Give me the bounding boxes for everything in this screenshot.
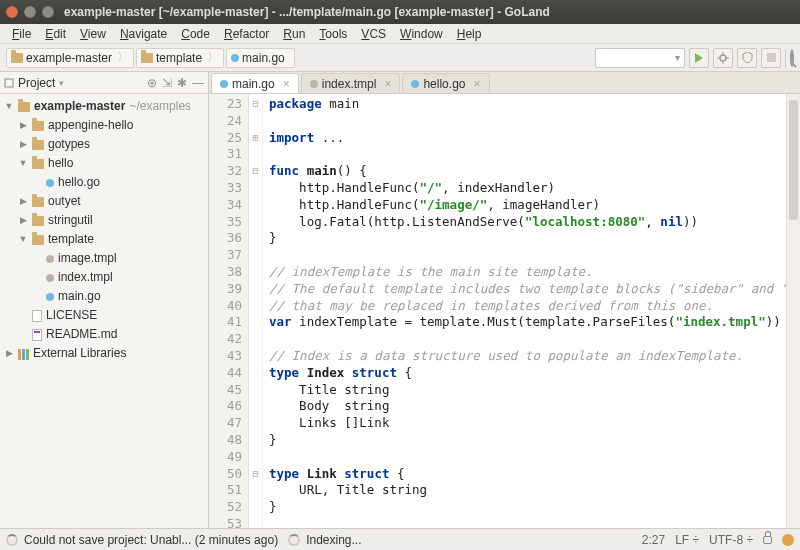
fold-handle[interactable] <box>249 482 262 499</box>
code-line[interactable]: // The default template includes two tem… <box>269 281 786 298</box>
tree-node[interactable]: LICENSE <box>4 306 208 325</box>
window-maximize-button[interactable] <box>42 6 54 18</box>
line-number[interactable]: 40 <box>211 298 242 315</box>
code-line[interactable]: } <box>269 499 786 516</box>
line-number[interactable]: 43 <box>211 348 242 365</box>
tree-node[interactable]: ▶appengine-hello <box>4 116 208 135</box>
tab-close-icon[interactable]: × <box>473 77 480 91</box>
tree-arrow-icon[interactable]: ▶ <box>4 345 14 362</box>
tree-node[interactable]: main.go <box>4 287 208 306</box>
code-editor[interactable]: 2324253132333435363738394041424344454647… <box>209 94 800 528</box>
code-line[interactable] <box>269 247 786 264</box>
code-line[interactable] <box>269 516 786 528</box>
indexing-label[interactable]: Indexing... <box>306 533 361 547</box>
fold-handle[interactable] <box>249 146 262 163</box>
code-line[interactable]: Links []Link <box>269 415 786 432</box>
line-number[interactable]: 51 <box>211 482 242 499</box>
project-tree[interactable]: ▼example-master ~/examples▶appengine-hel… <box>0 94 208 528</box>
tree-node[interactable]: ▶outyet <box>4 192 208 211</box>
line-number[interactable]: 36 <box>211 230 242 247</box>
tree-node[interactable]: ▶External Libraries <box>4 344 208 363</box>
fold-handle[interactable] <box>249 281 262 298</box>
window-close-button[interactable] <box>6 6 18 18</box>
window-minimize-button[interactable] <box>24 6 36 18</box>
tree-node[interactable]: ▼hello <box>4 154 208 173</box>
editor-tab[interactable]: hello.go× <box>402 73 489 93</box>
line-number[interactable]: 45 <box>211 382 242 399</box>
code-line[interactable] <box>269 113 786 130</box>
tree-arrow-icon[interactable]: ▶ <box>18 212 28 229</box>
editor-tab[interactable]: main.go× <box>211 73 299 93</box>
vertical-scrollbar[interactable] <box>786 94 800 528</box>
tree-node[interactable]: ▶stringutil <box>4 211 208 230</box>
code-text-area[interactable]: package main import ... func main() { ht… <box>263 94 786 528</box>
line-number[interactable]: 25 <box>211 130 242 147</box>
code-line[interactable]: package main <box>269 96 786 113</box>
menu-edit[interactable]: Edit <box>39 26 72 42</box>
line-number[interactable]: 32 <box>211 163 242 180</box>
tree-arrow-icon[interactable]: ▶ <box>18 193 28 210</box>
fold-handle[interactable] <box>249 348 262 365</box>
line-number[interactable]: 39 <box>211 281 242 298</box>
tree-node[interactable]: ▶gotypes <box>4 135 208 154</box>
fold-handle[interactable] <box>249 516 262 528</box>
line-number[interactable]: 48 <box>211 432 242 449</box>
line-number[interactable]: 42 <box>211 331 242 348</box>
status-message[interactable]: Could not save project: Unabl... (2 minu… <box>24 533 278 547</box>
line-number[interactable]: 49 <box>211 449 242 466</box>
code-line[interactable]: type Index struct { <box>269 365 786 382</box>
stop-button[interactable] <box>761 48 781 68</box>
autoscroll-icon[interactable]: ⊕ <box>147 76 157 90</box>
hector-icon[interactable] <box>782 534 794 546</box>
editor-tab[interactable]: index.tmpl× <box>301 73 401 93</box>
menu-tools[interactable]: Tools <box>313 26 353 42</box>
debug-button[interactable] <box>713 48 733 68</box>
code-line[interactable]: Title string <box>269 382 786 399</box>
project-view-selector[interactable]: Project ▾ <box>4 76 64 90</box>
code-line[interactable]: // that may be replaced in templates der… <box>269 298 786 315</box>
fold-column[interactable]: ⊟⊞⊟⊟ <box>249 94 263 528</box>
tree-arrow-icon[interactable]: ▼ <box>18 155 28 172</box>
caret-position[interactable]: 2:27 <box>642 533 665 547</box>
run-config-selector[interactable] <box>595 48 685 68</box>
tree-node[interactable]: hello.go <box>4 173 208 192</box>
code-line[interactable]: } <box>269 230 786 247</box>
fold-handle[interactable] <box>249 382 262 399</box>
fold-handle[interactable] <box>249 415 262 432</box>
fold-handle[interactable] <box>249 331 262 348</box>
tree-node[interactable]: ▼template <box>4 230 208 249</box>
line-number[interactable]: 41 <box>211 314 242 331</box>
search-everywhere-button[interactable] <box>790 51 794 65</box>
line-number[interactable]: 50 <box>211 466 242 483</box>
readonly-lock-icon[interactable] <box>763 536 772 544</box>
line-number[interactable]: 38 <box>211 264 242 281</box>
code-line[interactable]: URL, Title string <box>269 482 786 499</box>
code-line[interactable]: http.HandleFunc("/image/", imageHandler) <box>269 197 786 214</box>
menu-file[interactable]: File <box>6 26 37 42</box>
run-coverage-button[interactable] <box>737 48 757 68</box>
tab-close-icon[interactable]: × <box>384 77 391 91</box>
fold-handle[interactable] <box>249 113 262 130</box>
tree-arrow-icon[interactable]: ▶ <box>18 117 28 134</box>
code-line[interactable]: var indexTemplate = template.Must(templa… <box>269 314 786 331</box>
fold-handle[interactable] <box>249 214 262 231</box>
fold-handle[interactable] <box>249 365 262 382</box>
tree-node[interactable]: ▼example-master ~/examples <box>4 97 208 116</box>
line-number[interactable]: 34 <box>211 197 242 214</box>
menu-window[interactable]: Window <box>394 26 449 42</box>
fold-handle[interactable] <box>249 314 262 331</box>
menu-view[interactable]: View <box>74 26 112 42</box>
breadcrumb[interactable]: example-mastertemplatemain.go <box>6 48 295 68</box>
code-line[interactable]: } <box>269 432 786 449</box>
fold-handle[interactable] <box>249 264 262 281</box>
tree-node[interactable]: image.tmpl <box>4 249 208 268</box>
menu-refactor[interactable]: Refactor <box>218 26 275 42</box>
line-number[interactable]: 52 <box>211 499 242 516</box>
menu-run[interactable]: Run <box>277 26 311 42</box>
breadcrumb-item[interactable]: template <box>136 48 224 68</box>
tree-arrow-icon[interactable]: ▶ <box>18 136 28 153</box>
fold-handle[interactable]: ⊟ <box>249 163 262 180</box>
fold-handle[interactable] <box>249 230 262 247</box>
tree-node[interactable]: README.md <box>4 325 208 344</box>
file-encoding[interactable]: UTF-8 ÷ <box>709 533 753 547</box>
